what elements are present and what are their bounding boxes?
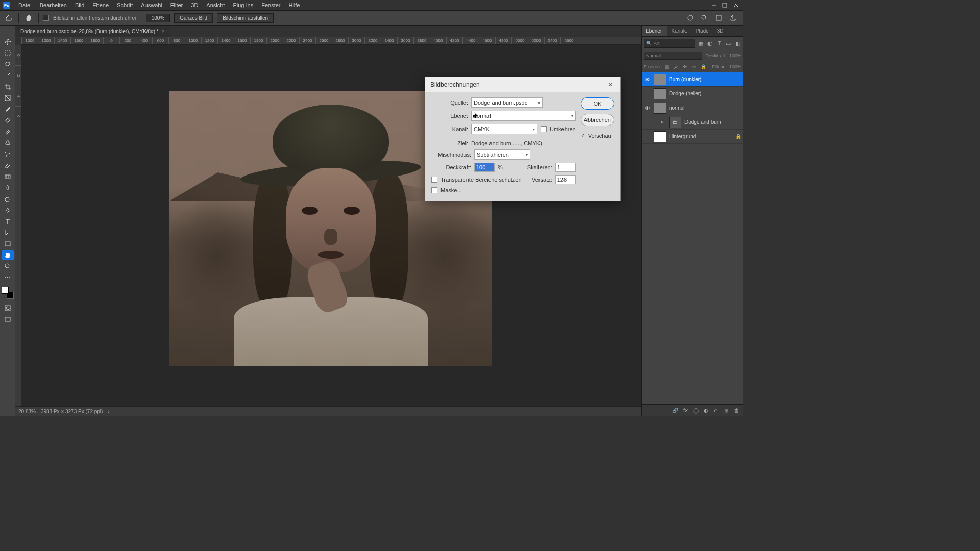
filter-shape-icon[interactable]: ▭ — [725, 40, 732, 47]
menu-ebene[interactable]: Ebene — [88, 0, 113, 10]
channel-select[interactable]: CMYK▾ — [471, 124, 537, 134]
rectangle-tool[interactable] — [2, 239, 14, 249]
layer-select[interactable]: normal▾ — [471, 111, 576, 121]
adjustment-layer-icon[interactable]: ◐ — [702, 407, 709, 414]
cancel-button[interactable]: Abbrechen — [581, 114, 614, 126]
panel-tab-3d[interactable]: 3D — [713, 26, 728, 36]
layer-row[interactable]: Hintergrund🔒 — [642, 130, 743, 144]
panel-tab-channels[interactable]: Kanäle — [667, 26, 691, 36]
move-tool[interactable] — [2, 37, 14, 47]
workspace-icon[interactable] — [715, 14, 723, 22]
eyedropper-tool[interactable] — [2, 104, 14, 114]
home-button[interactable] — [3, 12, 14, 23]
layer-row[interactable]: Dodge (heller) — [642, 87, 743, 101]
menu-plugins[interactable]: Plug-ins — [229, 0, 257, 10]
lock-position-icon[interactable]: ✥ — [682, 64, 689, 70]
menu-datei[interactable]: Datei — [14, 0, 36, 10]
dodge-tool[interactable] — [2, 194, 14, 204]
pen-tool[interactable] — [2, 205, 14, 215]
menu-3d[interactable]: 3D — [187, 0, 202, 10]
history-brush-tool[interactable] — [2, 149, 14, 159]
menu-filter[interactable]: Filter — [166, 0, 187, 10]
group-icon[interactable]: 🗀 — [713, 407, 720, 414]
trash-icon[interactable]: 🗑 — [733, 407, 740, 414]
cloud-icon[interactable] — [686, 14, 694, 22]
layer-row[interactable]: ›🗀Dodge and burn — [642, 115, 743, 130]
ok-button[interactable]: OK — [581, 97, 614, 110]
lasso-tool[interactable] — [2, 59, 14, 69]
dialog-titlebar[interactable]: Bildberechnungen ✕ — [425, 77, 620, 92]
zoom-percent[interactable]: 100% — [146, 14, 170, 22]
menu-bild[interactable]: Bild — [71, 0, 88, 10]
status-arrow-icon[interactable]: › — [108, 409, 109, 414]
invert-checkbox[interactable] — [541, 126, 547, 132]
blur-tool[interactable] — [2, 183, 14, 193]
link-layers-icon[interactable]: 🔗 — [672, 407, 679, 414]
layer-mask-icon[interactable]: ◯ — [692, 407, 699, 414]
menu-fenster[interactable]: Fenster — [257, 0, 284, 10]
layer-fx-icon[interactable]: fx — [682, 407, 689, 414]
dialog-close-icon[interactable]: ✕ — [606, 80, 615, 89]
gradient-tool[interactable] — [2, 171, 14, 182]
chevron-icon[interactable]: › — [661, 119, 666, 125]
layer-search[interactable]: 🔍Art — [644, 39, 695, 48]
share-icon[interactable] — [729, 14, 737, 22]
filter-smart-icon[interactable]: ◧ — [734, 40, 741, 47]
status-zoom[interactable]: 20,83% — [18, 409, 36, 414]
opacity-panel-value[interactable]: 100% — [729, 53, 741, 58]
stamp-tool[interactable] — [2, 138, 14, 148]
marquee-tool[interactable] — [2, 48, 14, 58]
screen-mode-tool[interactable] — [2, 314, 14, 324]
filter-adjust-icon[interactable]: ◐ — [706, 40, 714, 47]
hand-tool[interactable] — [2, 250, 14, 260]
crop-tool[interactable] — [2, 82, 14, 92]
menu-auswahl[interactable]: Auswahl — [137, 0, 166, 10]
lock-artboard-icon[interactable]: ▭ — [691, 64, 698, 70]
eraser-tool[interactable] — [2, 160, 14, 170]
document-tab-close[interactable]: × — [162, 29, 165, 34]
lock-transparent-icon[interactable]: ▦ — [664, 64, 671, 70]
preview-checkbox[interactable]: ✓ — [581, 132, 585, 139]
mask-checkbox[interactable] — [431, 187, 437, 193]
lock-all-icon[interactable]: 🔒 — [700, 64, 707, 70]
panel-tab-paths[interactable]: Pfade — [692, 26, 713, 36]
window-close[interactable] — [732, 1, 740, 9]
wand-tool[interactable] — [2, 70, 14, 81]
fit-button[interactable]: Ganzes Bild — [174, 13, 213, 23]
source-select[interactable]: Dodge and burn.psdc▾ — [471, 97, 543, 108]
panel-tab-layers[interactable]: Ebenen — [642, 26, 667, 36]
scale-input[interactable]: 1 — [555, 163, 576, 172]
opacity-input[interactable]: 100 — [474, 163, 495, 172]
search-icon[interactable] — [700, 14, 708, 22]
menu-ansicht[interactable]: Ansicht — [202, 0, 229, 10]
fill-panel-value[interactable]: 100% — [729, 64, 741, 69]
layer-row[interactable]: 👁Burn (dunkler) — [642, 72, 743, 87]
menu-bearbeiten[interactable]: Bearbeiten — [36, 0, 71, 10]
visibility-icon[interactable]: 👁 — [644, 77, 651, 83]
window-maximize[interactable] — [721, 1, 729, 9]
edit-toolbar[interactable]: ⋯ — [2, 272, 14, 283]
menu-schrift[interactable]: Schrift — [113, 0, 137, 10]
zoom-tool[interactable] — [2, 261, 14, 271]
new-layer-icon[interactable]: ⊞ — [723, 407, 730, 414]
transparency-checkbox[interactable] — [431, 177, 437, 183]
path-tool[interactable] — [2, 228, 14, 238]
blend-mode-select[interactable]: Normal — [644, 52, 702, 60]
blend-select[interactable]: Subtrahieren▾ — [474, 149, 530, 160]
lock-paint-icon[interactable]: 🖌 — [673, 64, 679, 70]
fill-screen-button[interactable]: Bildschirm ausfüllen — [217, 13, 274, 23]
menu-hilfe[interactable]: Hilfe — [284, 0, 304, 10]
window-minimize[interactable] — [709, 1, 718, 9]
heal-tool[interactable] — [2, 115, 14, 126]
filter-image-icon[interactable]: ▦ — [697, 40, 704, 47]
filter-type-icon[interactable]: T — [716, 40, 723, 47]
type-tool[interactable] — [2, 216, 14, 227]
brush-tool[interactable] — [2, 127, 14, 137]
document-tab[interactable]: Dodge and burn.psdc bei 20,8% (Burn (dun… — [15, 26, 170, 37]
offset-input[interactable]: 128 — [555, 175, 576, 184]
quick-mask-tool[interactable] — [2, 303, 14, 313]
color-swatches[interactable] — [2, 287, 14, 299]
visibility-icon[interactable]: 👁 — [644, 105, 651, 111]
layer-row[interactable]: 👁normal — [642, 101, 743, 115]
frame-tool[interactable] — [2, 93, 14, 103]
